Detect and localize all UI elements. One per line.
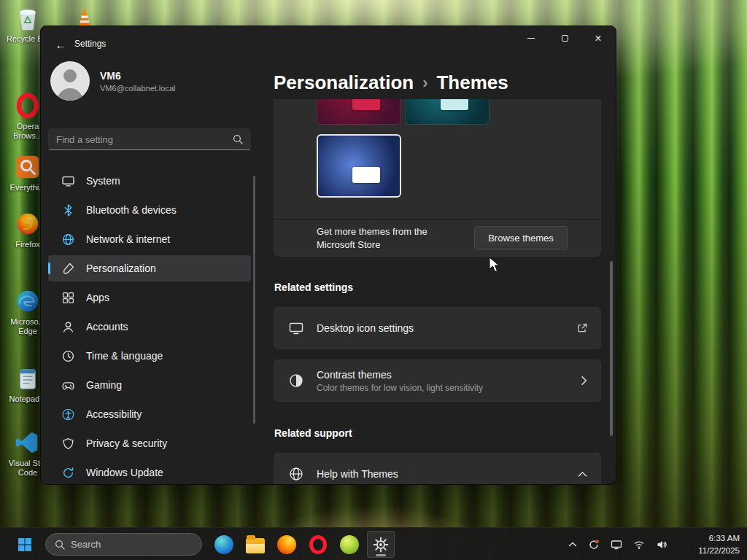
sidebar-item-label: Bluetooth & devices (86, 204, 177, 216)
sidebar-item-windows-update[interactable]: Windows Update (48, 459, 251, 485)
theme-thumbnail-3[interactable] (317, 134, 401, 198)
tray-volume-icon[interactable] (653, 536, 670, 553)
settings-icon (371, 535, 390, 554)
theme-thumbnail-1[interactable] (317, 99, 401, 125)
taskbar-clock[interactable]: 6:33 AM 11/22/2025 (698, 532, 740, 556)
user-profile[interactable]: VM6 VM6@collabnet.local (50, 61, 176, 101)
everything-icon (14, 153, 42, 181)
green-app-icon (340, 535, 359, 554)
taskbar-search[interactable] (45, 533, 202, 556)
opera-icon (14, 92, 42, 120)
close-icon: × (595, 33, 601, 44)
content-scrollbar[interactable] (610, 261, 613, 436)
close-button[interactable]: × (581, 27, 615, 50)
breadcrumb: Personalization › Themes (274, 71, 508, 94)
sidebar-item-label: Privacy & security (86, 438, 167, 449)
settings-search-box[interactable] (48, 128, 251, 150)
sidebar-item-system[interactable]: System (48, 168, 251, 194)
chevron-up-icon (578, 471, 587, 478)
maximize-button[interactable] (548, 27, 581, 50)
settings-window: ← Settings × VM6 VM6@collabnet.local Sys… (40, 26, 616, 485)
time-icon (62, 350, 74, 362)
breadcrumb-personalization[interactable]: Personalization (274, 71, 414, 94)
sidebar-item-gaming[interactable]: Gaming (48, 372, 251, 398)
sidebar-item-label: Accessibility (86, 408, 142, 420)
back-button[interactable]: ← (48, 35, 73, 54)
external-link-icon (577, 323, 587, 333)
row-text: Contrast themesColor themes for low visi… (317, 369, 568, 393)
tray-display-icon[interactable] (608, 536, 625, 553)
user-info: VM6 VM6@collabnet.local (100, 70, 176, 93)
theme-preview-window (441, 99, 468, 110)
window-title: Settings (74, 39, 106, 49)
row-title: Contrast themes (317, 369, 568, 381)
file-explorer-icon (246, 538, 265, 553)
desktop-icon-label: Firefox (15, 240, 40, 249)
theme-preview-window (352, 99, 380, 110)
theme-thumbnail-2[interactable] (405, 99, 489, 125)
start-button[interactable] (12, 533, 38, 556)
bluetooth-icon (62, 204, 74, 217)
setting-row-contrast-themes[interactable]: Contrast themesColor themes for low visi… (274, 359, 601, 402)
user-email: VM6@collabnet.local (100, 84, 176, 93)
browse-themes-button[interactable]: Browse themes (474, 226, 568, 250)
desktop-icons-icon (289, 321, 303, 335)
sidebar-item-network-internet[interactable]: Network & internet (48, 226, 251, 252)
person-icon (50, 61, 90, 101)
edge-icon (14, 287, 42, 315)
opera-icon (309, 535, 327, 554)
store-row: Get more themes from the Microsoft Store… (274, 220, 600, 257)
setting-row-help-with-themes[interactable]: Help with Themes (274, 453, 601, 485)
row-text: Desktop icon settings (317, 322, 564, 334)
sidebar-item-privacy-security[interactable]: Privacy & security (48, 430, 251, 456)
setting-row-desktop-icon-settings[interactable]: Desktop icon settings (274, 307, 601, 349)
tray-chevron-up-icon[interactable] (565, 539, 580, 551)
windows-logo-icon (18, 537, 32, 552)
row-title: Desktop icon settings (317, 322, 564, 334)
sidebar-item-accounts[interactable]: Accounts (48, 314, 251, 340)
related-settings-heading: Related settings (274, 281, 353, 293)
clock-date: 11/22/2025 (698, 545, 740, 557)
taskbar-app-green-app[interactable] (336, 531, 363, 558)
taskbar-app-settings[interactable] (367, 531, 395, 558)
help-globe-icon (289, 467, 303, 481)
sidebar-item-label: Apps (86, 292, 109, 303)
vscode-icon (14, 429, 42, 456)
minimize-button[interactable] (514, 27, 548, 50)
theme-preview-window (352, 167, 380, 183)
sidebar-scrollbar[interactable] (253, 176, 255, 424)
update-icon (62, 467, 74, 479)
taskbar-app-firefox[interactable] (273, 531, 301, 558)
user-name: VM6 (100, 70, 176, 82)
notepad-icon (14, 365, 42, 392)
breadcrumb-separator-icon: › (422, 74, 427, 93)
sidebar-item-apps[interactable]: Apps (48, 284, 251, 311)
store-text: Get more themes from the Microsoft Store (317, 225, 452, 252)
taskbar-app-file-explorer[interactable] (241, 531, 269, 558)
accessibility-icon (62, 408, 74, 421)
sidebar-item-time-language[interactable]: Time & language (48, 343, 251, 369)
sidebar-item-personalization[interactable]: Personalization (48, 255, 251, 281)
personalization-icon (62, 262, 74, 275)
window-controls: × (514, 27, 615, 50)
chevron-right-icon (581, 376, 587, 386)
sidebar-item-label: Accounts (86, 321, 128, 332)
taskbar-app-opera[interactable] (304, 531, 332, 558)
recycle-bin-icon (14, 4, 42, 32)
row-subtitle: Color themes for low vision, light sensi… (317, 383, 568, 393)
maximize-icon (562, 35, 568, 42)
breadcrumb-themes: Themes (436, 71, 508, 94)
taskbar: 6:33 AM 11/22/2025 (0, 527, 747, 560)
tray-network-icon[interactable] (630, 536, 648, 553)
sidebar-item-bluetooth-devices[interactable]: Bluetooth & devices (48, 197, 251, 223)
active-app-indicator (376, 554, 386, 556)
taskbar-search-input[interactable] (71, 539, 193, 550)
accounts-icon (62, 321, 74, 333)
settings-search-input[interactable] (56, 134, 233, 145)
contrast-icon (289, 373, 303, 388)
settings-content: Personalization › Themes Get more themes… (274, 70, 609, 485)
taskbar-app-edge[interactable] (210, 531, 238, 558)
tray-sync-icon[interactable] (585, 536, 603, 553)
firefox-icon (14, 210, 42, 238)
sidebar-item-accessibility[interactable]: Accessibility (48, 401, 251, 427)
